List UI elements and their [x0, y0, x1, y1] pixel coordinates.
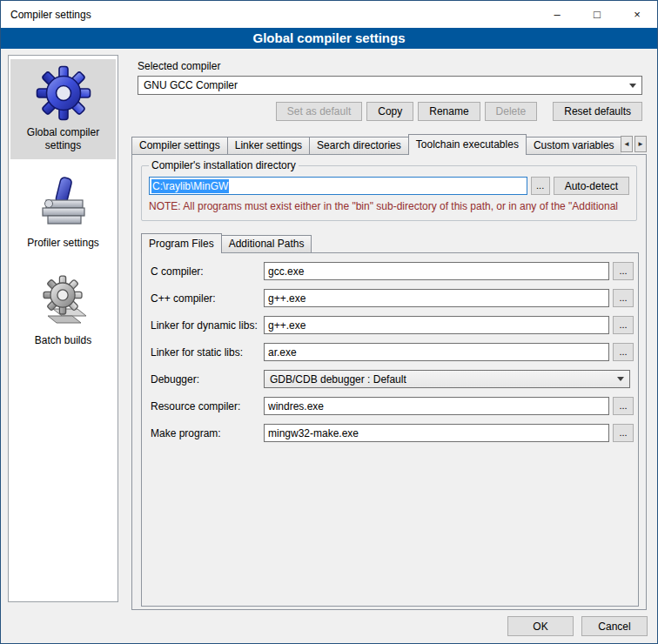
set-as-default-button[interactable]: Set as default	[276, 102, 362, 121]
cpp-compiler-input[interactable]	[264, 289, 609, 307]
tab-compiler-settings[interactable]: Compiler settings	[131, 137, 228, 154]
delete-button[interactable]: Delete	[485, 102, 538, 121]
browse-button[interactable]: ...	[613, 343, 634, 361]
tab-custom-variables[interactable]: Custom variables	[526, 137, 621, 154]
debugger-label: Debugger:	[151, 373, 264, 386]
sidebar-item-label: Global compiler settings	[12, 126, 114, 152]
debugger-select[interactable]: GDB/CDB debugger : Default	[264, 370, 630, 388]
make-program-input[interactable]	[264, 424, 609, 442]
field-row-dynamic-linker: Linker for dynamic libs: ...	[151, 316, 634, 334]
batch-builds-icon	[36, 273, 91, 329]
close-button[interactable]: ×	[617, 1, 657, 28]
c-compiler-label: C compiler:	[151, 265, 264, 278]
field-row-make-program: Make program: ...	[151, 424, 634, 442]
toolchain-executables-page: Compiler's installation directory C:\ray…	[131, 154, 647, 610]
field-row-cpp-compiler: C++ compiler: ...	[151, 289, 634, 307]
ok-button[interactable]: OK	[507, 616, 574, 636]
resource-compiler-label: Resource compiler:	[151, 400, 264, 413]
window-title: Compiler settings	[1, 1, 537, 28]
minimize-button[interactable]: –	[537, 1, 577, 28]
field-row-debugger: Debugger: GDB/CDB debugger : Default	[151, 370, 634, 388]
dynamic-linker-input[interactable]	[264, 316, 609, 334]
page-title: Global compiler settings	[1, 28, 657, 49]
browse-button[interactable]: ...	[613, 262, 634, 280]
selected-compiler-label: Selected compiler	[138, 60, 643, 72]
maximize-icon: □	[594, 8, 601, 21]
static-linker-input[interactable]	[264, 343, 609, 361]
selected-compiler-select[interactable]: GNU GCC Compiler	[138, 76, 642, 95]
installation-directory-group: Compiler's installation directory C:\ray…	[141, 165, 637, 221]
sidebar-item-label: Batch builds	[35, 334, 91, 347]
sidebar-item-global-compiler-settings[interactable]: Global compiler settings	[10, 59, 116, 159]
compiler-notebook-tabs: Compiler settings Linker settings Search…	[131, 134, 647, 155]
note-text: NOTE: All programs must exist either in …	[149, 200, 629, 212]
browse-button[interactable]: ...	[613, 397, 634, 415]
selected-compiler-value: GNU GCC Compiler	[144, 79, 238, 91]
chevron-down-icon	[613, 372, 628, 386]
tab-toolchain-executables[interactable]: Toolchain executables	[408, 134, 527, 155]
tabs-clip: Compiler settings Linker settings Search…	[131, 134, 621, 155]
tab-search-directories[interactable]: Search directories	[309, 137, 409, 154]
tab-linker-settings[interactable]: Linker settings	[227, 137, 310, 154]
static-linker-label: Linker for static libs:	[151, 346, 264, 359]
installation-directory-value: C:\raylib\MinGW	[151, 179, 229, 193]
installation-directory-row: C:\raylib\MinGW ... Auto-detect	[149, 177, 629, 195]
browse-button[interactable]: ...	[613, 316, 634, 334]
program-files-tabs: Program Files Additional Paths	[141, 233, 312, 253]
cancel-button[interactable]: Cancel	[581, 616, 648, 636]
debugger-value: GDB/CDB debugger : Default	[270, 373, 406, 386]
profiler-tool-icon	[36, 176, 91, 231]
sidebar-item-label: Profiler settings	[27, 237, 99, 250]
field-row-resource-compiler: Resource compiler: ...	[151, 397, 634, 415]
tab-program-files[interactable]: Program Files	[141, 233, 222, 253]
cpp-compiler-label: C++ compiler:	[151, 292, 264, 305]
chevron-down-icon	[625, 77, 641, 93]
resource-compiler-input[interactable]	[264, 397, 609, 415]
minimize-icon: –	[554, 8, 560, 21]
tab-additional-paths[interactable]: Additional Paths	[221, 235, 312, 252]
reset-defaults-button[interactable]: Reset defaults	[553, 102, 642, 121]
tab-scroller: ◄ ►	[621, 136, 647, 152]
make-program-label: Make program:	[151, 427, 264, 439]
sidebar: Global compiler settings Profiler se	[8, 55, 118, 602]
copy-button[interactable]: Copy	[366, 102, 413, 121]
titlebar[interactable]: Compiler settings – □ ×	[1, 1, 657, 28]
field-row-c-compiler: C compiler: ...	[151, 262, 634, 280]
browse-directory-button[interactable]: ...	[531, 177, 550, 195]
compiler-actions: Set as default Copy Rename Delete Reset …	[138, 102, 642, 121]
tab-scroll-right-button[interactable]: ►	[634, 136, 647, 152]
groupbox-title: Compiler's installation directory	[149, 159, 299, 171]
browse-button[interactable]: ...	[613, 289, 634, 307]
browse-button[interactable]: ...	[613, 424, 634, 442]
c-compiler-input[interactable]	[264, 262, 609, 280]
program-files-panel: C compiler: ... C++ compiler: ... Linker…	[141, 252, 639, 607]
button-spacer	[541, 102, 548, 121]
close-icon: ×	[634, 8, 641, 21]
sidebar-item-profiler-settings[interactable]: Profiler settings	[10, 170, 116, 257]
maximize-button[interactable]: □	[577, 1, 617, 28]
autodetect-button[interactable]: Auto-detect	[554, 177, 629, 195]
sidebar-item-batch-builds[interactable]: Batch builds	[10, 267, 116, 354]
compiler-settings-window: Compiler settings – □ × Global compiler …	[0, 0, 658, 644]
main-panel: Selected compiler GNU GCC Compiler Set a…	[127, 55, 652, 612]
field-row-static-linker: Linker for static libs: ...	[151, 343, 634, 361]
dialog-footer: OK Cancel	[507, 616, 648, 636]
tab-scroll-left-button[interactable]: ◄	[621, 136, 633, 152]
dynamic-linker-label: Linker for dynamic libs:	[151, 319, 264, 332]
rename-button[interactable]: Rename	[418, 102, 480, 121]
compiler-gear-icon	[36, 65, 91, 121]
installation-directory-input[interactable]: C:\raylib\MinGW	[149, 177, 527, 195]
